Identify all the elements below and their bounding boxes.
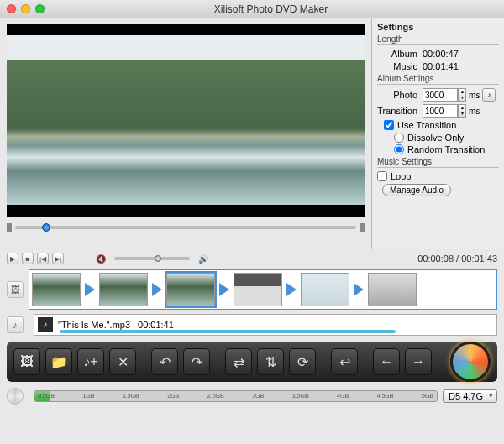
zoom-button[interactable] bbox=[35, 4, 45, 13]
burn-button[interactable] bbox=[450, 342, 491, 382]
photos-strip-icon[interactable]: 🖼 bbox=[7, 281, 24, 298]
undo-button[interactable]: ↩ bbox=[331, 348, 358, 375]
dissolve-only-label: Dissolve Only bbox=[407, 133, 464, 143]
disc-preset-select[interactable]: D5 4.7G bbox=[443, 389, 497, 403]
photo-duration-label: Photo bbox=[377, 90, 423, 100]
volume-thumb[interactable] bbox=[155, 255, 161, 262]
transition-icon[interactable] bbox=[82, 273, 97, 306]
preview-area bbox=[0, 18, 371, 249]
album-length-value: 00:00:47 bbox=[423, 49, 499, 59]
disc-ticks: 0.5GB 1GB 1.5GB 2GB 2.5GB 3GB 3.5GB 4GB … bbox=[34, 391, 437, 401]
transition-icon[interactable] bbox=[150, 273, 165, 306]
player-controls: ▶ ■ |◀ ▶| 🔇 🔊 00:00:08 / 00:01:43 bbox=[0, 249, 504, 268]
refresh-button[interactable]: ⟳ bbox=[289, 348, 316, 375]
disc-capacity-meter: 0.5GB 1GB 1.5GB 2GB 2.5GB 3GB 3.5GB 4GB … bbox=[34, 390, 438, 402]
sync-photo-music-button[interactable]: ♪ bbox=[482, 88, 496, 102]
transition-icon[interactable] bbox=[217, 273, 232, 306]
loop-label: Loop bbox=[391, 171, 411, 181]
settings-panel: Settings Length Album00:00:47 Music00:01… bbox=[371, 18, 504, 249]
close-button[interactable] bbox=[7, 4, 16, 13]
scrub-end-marker bbox=[360, 223, 365, 232]
disc-icon bbox=[7, 388, 24, 405]
audio-filename: "This Is Me.".mp3 | 00:01:41 bbox=[58, 320, 174, 330]
length-group-label: Length bbox=[377, 34, 499, 45]
toolbar: 🖼 📁 ♪+ ✕ ↶ ↷ ⇄ ⇅ ⟳ ↩ ← → bbox=[7, 342, 497, 382]
dissolve-only-radio[interactable] bbox=[394, 133, 404, 143]
scrub-track[interactable] bbox=[15, 226, 356, 229]
move-right-button[interactable]: → bbox=[405, 348, 432, 375]
album-settings-label: Album Settings bbox=[377, 74, 499, 85]
scrub-bar[interactable] bbox=[7, 222, 365, 233]
scrub-thumb[interactable] bbox=[42, 223, 50, 232]
volmax-icon[interactable]: 🔊 bbox=[198, 254, 208, 264]
manage-audio-button[interactable]: Manage Audio bbox=[382, 184, 451, 196]
settings-heading: Settings bbox=[377, 22, 499, 32]
random-transition-radio[interactable] bbox=[394, 144, 404, 154]
minimize-button[interactable] bbox=[21, 4, 30, 13]
rotate-left-button[interactable]: ↶ bbox=[151, 348, 178, 375]
thumb-1[interactable] bbox=[32, 273, 81, 306]
play-button[interactable]: ▶ bbox=[7, 253, 18, 264]
mute-icon[interactable]: 🔇 bbox=[96, 254, 106, 264]
window-title: Xilisoft Photo DVD Maker bbox=[45, 3, 497, 15]
music-length-label: Music bbox=[377, 61, 423, 71]
thumb-4[interactable] bbox=[234, 273, 282, 306]
rotate-right-button[interactable]: ↷ bbox=[183, 348, 210, 375]
scrub-start-marker bbox=[7, 223, 12, 232]
audio-file-icon: ♪ bbox=[38, 317, 53, 332]
loop-checkbox[interactable] bbox=[377, 171, 387, 181]
thumb-5[interactable] bbox=[301, 273, 349, 306]
use-transition-label: Use Transition bbox=[397, 120, 456, 130]
add-folder-button[interactable]: 📁 bbox=[45, 348, 72, 375]
thumb-2[interactable] bbox=[99, 273, 148, 306]
random-transition-label: Random Transition bbox=[407, 144, 485, 154]
prev-button[interactable]: |◀ bbox=[37, 253, 49, 264]
preview-viewport bbox=[7, 24, 365, 217]
playback-time: 00:00:08 / 00:01:43 bbox=[417, 253, 497, 264]
move-left-button[interactable]: ← bbox=[373, 348, 400, 375]
ms-unit-2: ms bbox=[469, 107, 480, 116]
audio-progress bbox=[60, 330, 396, 333]
audio-track[interactable]: ♪ "This Is Me.".mp3 | 00:01:41 bbox=[34, 314, 497, 336]
delete-button[interactable]: ✕ bbox=[109, 348, 136, 375]
sort-button[interactable]: ⇅ bbox=[257, 348, 284, 375]
stop-button[interactable]: ■ bbox=[22, 253, 34, 264]
transition-duration-label: Transition bbox=[377, 106, 423, 116]
use-transition-checkbox[interactable] bbox=[384, 120, 394, 130]
add-image-button[interactable]: 🖼 bbox=[13, 348, 40, 375]
music-settings-label: Music Settings bbox=[377, 157, 499, 168]
transition-icon[interactable] bbox=[351, 273, 366, 306]
titlebar: Xilisoft Photo DVD Maker bbox=[0, 0, 504, 18]
preview-image bbox=[7, 35, 365, 205]
add-music-button[interactable]: ♪+ bbox=[77, 348, 104, 375]
traffic-lights bbox=[7, 4, 45, 13]
audio-strip-icon[interactable]: ♪ bbox=[7, 316, 24, 333]
music-length-value: 00:01:41 bbox=[423, 61, 499, 71]
thumb-3[interactable] bbox=[166, 273, 215, 306]
ms-unit: ms bbox=[469, 91, 480, 100]
transition-icon[interactable] bbox=[284, 273, 299, 306]
volume-slider[interactable] bbox=[114, 257, 190, 260]
transition-duration-input[interactable] bbox=[423, 104, 458, 118]
album-length-label: Album bbox=[377, 49, 423, 59]
photo-stepper[interactable]: ▴▾ bbox=[458, 88, 466, 102]
thumb-6[interactable] bbox=[368, 273, 417, 306]
photo-duration-input[interactable] bbox=[423, 88, 458, 102]
transition-stepper[interactable]: ▴▾ bbox=[458, 104, 466, 118]
next-button[interactable]: ▶| bbox=[52, 253, 64, 264]
filmstrip[interactable] bbox=[29, 269, 497, 310]
shuffle-button[interactable]: ⇄ bbox=[225, 348, 252, 375]
